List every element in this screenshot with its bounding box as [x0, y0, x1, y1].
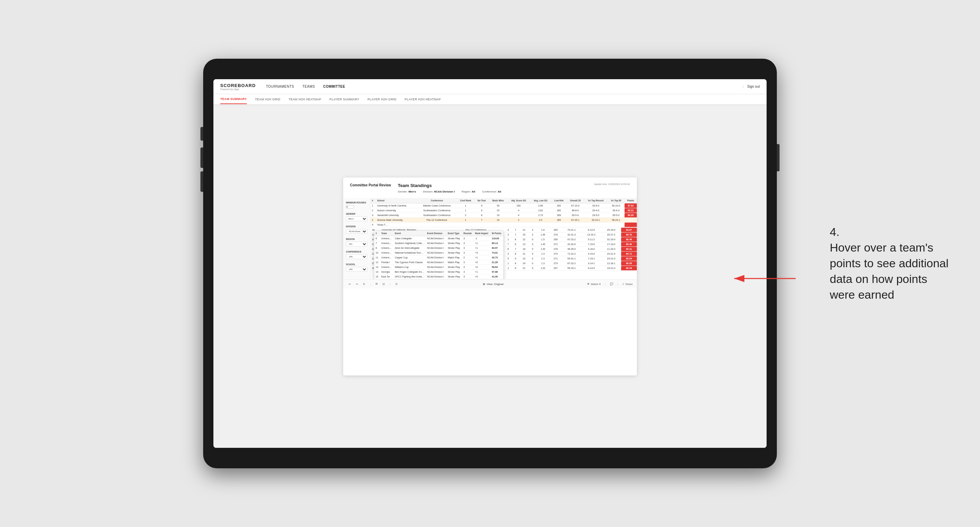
filter-conference: Conference: All — [482, 190, 501, 193]
subnav-team-h2h-heatmap[interactable]: TEAM H2H HEATMAP — [288, 95, 321, 104]
filter-group-gender: Gender Men's Women's — [346, 213, 368, 221]
cell-adj-score: 1.5 — [536, 237, 549, 242]
table-row[interactable]: 4 Arizona State University Pac-12 Confer… — [371, 218, 637, 222]
view-label[interactable]: View: Original — [487, 283, 503, 286]
table-row[interactable]: 5 Texas T... — [371, 222, 637, 227]
cell-points[interactable]: 80.49 — [621, 237, 637, 242]
nav-teams[interactable]: TEAMS — [302, 83, 315, 90]
cell-low-rnk: 97-23-2 — [562, 237, 582, 242]
cell-points[interactable]: 79.5 — [625, 218, 637, 222]
share-btn[interactable]: ⤢ Share — [622, 283, 633, 286]
cell-bnds: 13 — [519, 242, 529, 247]
cell-conf-rank: 3 — [505, 232, 512, 237]
cell-tours: 8 — [475, 213, 489, 218]
tt-points: 21.29 — [490, 260, 503, 265]
rounds-min-input[interactable] — [346, 205, 354, 208]
cell-overall: 29-4-0 — [584, 208, 608, 213]
cell-vs-top: 32-19-0 — [601, 237, 621, 242]
subnav-player-summary[interactable]: PLAYER SUMMARY — [329, 95, 359, 104]
cell-points[interactable]: 83.07 — [621, 228, 637, 232]
nav-committee[interactable]: COMMITTEE — [323, 83, 345, 90]
col-low-rnk: Low Rnk — [551, 198, 566, 203]
cell-conf-rank: 2 — [457, 213, 474, 218]
cell-points[interactable]: 97.02 — [625, 203, 637, 208]
cell-bnds: 24 — [519, 261, 529, 266]
tt-points: 79.30 — [490, 279, 503, 279]
tt-team: Univers... — [380, 255, 394, 260]
cell-vs-top: 19-21-0 — [601, 266, 621, 271]
cell-overall: 4-16-0 — [582, 247, 601, 252]
school-select[interactable]: (All) — [346, 267, 368, 272]
copy-btn[interactable]: ⧉ — [374, 282, 379, 286]
cell-bnds: 30 — [489, 203, 508, 208]
cell-points[interactable]: 80.09 — [621, 261, 637, 266]
division-select[interactable]: NCAA Division I — [346, 229, 368, 234]
tt-event: Copper Cup — [393, 255, 426, 260]
comment-btn[interactable]: 💬 — [610, 283, 613, 286]
cell-points[interactable]: 93.31 — [625, 208, 637, 213]
cell-conf-rank — [457, 222, 474, 227]
cell-overall: 13-23-2 — [582, 232, 601, 237]
cell-vs-top: 24-21-0 — [601, 252, 621, 256]
cell-low-rnk: 42-31-3 — [562, 232, 582, 237]
tt-num: 12 — [374, 260, 380, 265]
timer-btn[interactable]: ⏱ — [394, 282, 399, 286]
cell-points[interactable]: 80.71 — [621, 252, 637, 256]
hover-tooltip: # Team Event Event Division Event Type R… — [374, 230, 504, 279]
cell-points[interactable]: 80.34 — [621, 266, 637, 271]
tt-num: 14 — [374, 270, 380, 275]
cell-points[interactable]: 90.20 — [625, 213, 637, 218]
cell-points[interactable]: 80.54 — [621, 256, 637, 261]
subnav-team-summary[interactable]: TEAM SUMMARY — [220, 95, 247, 104]
tooltip-row: 10 Univers... National Invitational Tour… — [374, 251, 503, 255]
watch-btn[interactable]: 👁 Watch ▾ — [587, 283, 601, 286]
annotation-area: 4. Hover over a team's points to see add… — [830, 224, 953, 302]
cell-adj-score: 2.73 — [530, 213, 551, 218]
region-select[interactable]: N/A — [346, 242, 368, 246]
subnav-player-h2h-grid[interactable]: PLAYER H2H GRID — [368, 95, 396, 104]
cell-vs-top: 35-4-0 — [608, 208, 625, 213]
tt-type: Stroke Play — [446, 236, 462, 241]
standings-title: Team Standings — [398, 183, 432, 188]
cell-tours: 8 — [512, 252, 519, 256]
cell-conf: Southeastern Conference — [417, 208, 457, 213]
subnav-player-h2h-heatmap[interactable]: PLAYER H2H HEATMAP — [405, 95, 441, 104]
cell-adj-score — [530, 222, 551, 227]
paste-btn[interactable]: ⊡ — [381, 282, 386, 286]
cell-overall: 33-19-1 — [584, 218, 608, 222]
undo-btn[interactable]: ↩ — [347, 282, 352, 286]
tt-rounds: 3 — [462, 251, 474, 255]
gender-select[interactable]: Men's Women's — [346, 216, 368, 221]
cell-low-rnk: 73-21-1 — [562, 228, 582, 232]
cell-points[interactable]: 80.41 — [621, 247, 637, 252]
cell-overall — [584, 222, 608, 227]
sign-out-link[interactable]: Sign out — [747, 85, 760, 88]
cell-avg-low — [551, 222, 566, 227]
refresh-btn[interactable]: ↻ — [362, 282, 367, 286]
subnav-team-h2h-grid[interactable]: TEAM H2H GRID — [255, 95, 280, 104]
cell-conf-rank: 1 — [505, 261, 512, 266]
cell-bnds: 21 — [519, 252, 529, 256]
table-row[interactable]: 1 University of North Carolina Atlantic … — [371, 203, 637, 208]
cell-school: Auburn University — [375, 208, 417, 213]
report-header: Committee Portal Review Team Standings U… — [343, 178, 637, 198]
cell-vs-top: 12-18-1 — [601, 261, 621, 266]
cell-points[interactable] — [625, 222, 637, 227]
cell-points[interactable]: 80.70 — [621, 232, 637, 237]
redo-btn[interactable]: ↪ — [355, 282, 360, 286]
conference-select[interactable]: (All) — [346, 254, 368, 259]
tt-num: 10 — [374, 251, 380, 255]
tt-div: NCAA Division I — [426, 255, 446, 260]
table-row[interactable]: 2 Auburn University Southeastern Confere… — [371, 208, 637, 213]
cell-points[interactable]: 80.40 — [621, 242, 637, 247]
tt-div: NCAA Division I — [426, 270, 446, 275]
cell-low-rnk: 46-29-0 — [562, 247, 582, 252]
cell-rank: 5 — [371, 222, 375, 227]
table-row[interactable]: 3 Vanderbilt University Southeastern Con… — [371, 213, 637, 218]
tt-points: 42.73 — [490, 255, 503, 260]
tt-team: Univers... — [380, 279, 394, 279]
nav-tournaments[interactable]: TOURNAMENTS — [266, 83, 294, 90]
tt-impact: +0 — [474, 279, 490, 279]
cell-conf: Southeastern Conference — [417, 213, 457, 218]
cell-tours: 6 — [512, 242, 519, 247]
